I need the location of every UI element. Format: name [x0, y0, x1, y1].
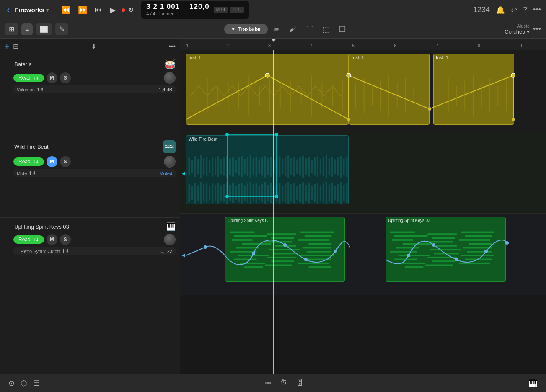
clip-wildfire-1[interactable]: Wild Fire Beat [186, 135, 349, 204]
svg-rect-101 [206, 184, 207, 202]
svg-rect-126 [279, 183, 280, 203]
svg-rect-135 [305, 185, 307, 201]
fast-forward-button[interactable]: ⏩ [75, 4, 90, 16]
skip-back-button[interactable]: ⏮ [92, 4, 105, 16]
svg-rect-51 [221, 159, 222, 174]
pencil-tool-button[interactable]: ✏ [270, 23, 283, 36]
svg-rect-88 [329, 158, 330, 175]
add-track-button[interactable]: + [4, 41, 10, 52]
track-header-toolbar: + ⊟ ⬇ ••• [0, 39, 180, 54]
piano-keyboard-button[interactable]: 🎹 [528, 379, 538, 388]
tracks-canvas[interactable]: Inst. 1 [180, 50, 546, 374]
solo-button-bateria[interactable]: S [60, 72, 71, 83]
ajuste-display: Ajuste Corchea ▾ [505, 23, 530, 35]
clip-bateria-3[interactable]: Inst. 1 [433, 54, 514, 125]
svg-rect-102 [209, 186, 210, 200]
volume-knob-bateria[interactable] [164, 72, 176, 84]
download-button[interactable]: ⬇ [91, 42, 96, 50]
list-view-button[interactable]: ≡ [21, 23, 33, 35]
rewind-button[interactable]: ⏪ [59, 4, 73, 16]
pencil-mode-button[interactable]: ✏ [265, 379, 272, 388]
mute-button-wildfire[interactable]: M [47, 156, 57, 167]
svg-rect-84 [317, 157, 318, 177]
svg-rect-179 [303, 247, 332, 249]
ruler-mark-8: 8 [478, 43, 480, 48]
play-button[interactable]: ▶ [107, 4, 118, 16]
trasladar-button[interactable]: ✦ Trasladar [224, 24, 267, 34]
solo-button-keys[interactable]: S [60, 234, 71, 245]
svg-rect-107 [224, 184, 225, 202]
svg-rect-106 [221, 186, 222, 201]
svg-rect-99 [200, 182, 202, 204]
volume-knob-keys[interactable] [164, 234, 176, 245]
svg-rect-184 [309, 266, 332, 268]
bottom-right: 🎹 [528, 379, 538, 388]
copy-tool-button[interactable]: ❐ [336, 23, 349, 36]
svg-rect-105 [218, 183, 219, 203]
overflow-button[interactable]: ••• [533, 5, 541, 14]
selection-box-button[interactable]: ⬚ [319, 23, 333, 36]
toolbar-more-button[interactable]: ••• [533, 25, 541, 34]
svg-rect-112 [238, 184, 239, 202]
read-button-wildfire[interactable]: Read ⬆⬇ [13, 157, 44, 166]
svg-rect-50 [218, 157, 219, 177]
svg-rect-181 [300, 255, 334, 256]
volume-knob-wildfire[interactable] [164, 156, 176, 168]
brush-tool-button[interactable]: 🖌 [286, 23, 300, 36]
transport-indicators: MIDI CPU [214, 7, 244, 13]
svg-rect-140 [320, 186, 321, 201]
read-button-keys[interactable]: Read ⬆⬇ [13, 235, 44, 244]
svg-rect-82 [311, 160, 312, 173]
smart-controls-button[interactable]: ⬡ [21, 379, 27, 388]
tuner-button[interactable]: 🔔 [496, 5, 505, 15]
editors-button[interactable]: ☰ [33, 379, 40, 388]
svg-rect-117 [253, 185, 254, 201]
ruler-mark-2: 2 [226, 43, 229, 48]
help-button[interactable]: ? [523, 5, 527, 14]
track-name-keys: Uplifting Spirit Keys 03 [14, 224, 163, 230]
svg-rect-73 [285, 157, 286, 176]
loop-browser-button[interactable]: ⊙ [8, 379, 15, 388]
window-button[interactable]: ⬜ [36, 23, 52, 35]
pen-button[interactable]: ✎ [55, 23, 68, 35]
history-button[interactable]: ↩ [511, 5, 517, 15]
clip-keys-2[interactable]: Uplifting Spirit Keys 03 [386, 217, 506, 282]
waveform-keys-2 [386, 224, 505, 278]
mute-button-keys[interactable]: M [47, 234, 57, 245]
clip-bateria-2[interactable]: Inst. 1 [349, 54, 430, 125]
position-display: 3 2 1 001 120,0 4 / 4 La men MIDI CPU [141, 1, 249, 18]
svg-rect-72 [282, 159, 283, 174]
count-in-button[interactable]: 1234 [473, 5, 490, 14]
solo-button-wildfire[interactable]: S [60, 156, 71, 167]
cycle-button[interactable]: ↻ [128, 6, 134, 14]
svg-rect-194 [405, 266, 424, 268]
svg-rect-166 [267, 233, 296, 235]
read-button-bateria[interactable]: Read ⬆⬇ [13, 74, 44, 82]
midi-indicator: MIDI [214, 7, 228, 13]
metronome-button[interactable]: ⏱ [280, 379, 287, 388]
svg-rect-176 [305, 235, 332, 237]
back-button[interactable]: ‹ [5, 3, 11, 17]
svg-rect-114 [244, 186, 245, 201]
track-automation-keys: 1 Retro Synth: Cutoff ⬆⬇ 0,122 [13, 247, 176, 255]
svg-rect-130 [291, 185, 292, 201]
svg-rect-133 [300, 184, 301, 202]
toolbar-right: Ajuste Corchea ▾ ••• [505, 23, 541, 35]
clip-bateria-1[interactable]: Inst. 1 [186, 54, 349, 125]
top-bar: ‹ Fireworks ▾ ⏪ ⏩ ⏮ ▶ ● ↻ 3 2 1 001 120,… [0, 0, 546, 20]
ruler-mark-3: 3 [268, 43, 271, 48]
svg-rect-103 [212, 183, 213, 203]
mixer-button[interactable]: 🎛 [296, 379, 303, 388]
curve-tool-button[interactable]: ⌒ [303, 22, 317, 36]
svg-rect-54 [229, 159, 230, 175]
grid-view-button[interactable]: ⊞ [5, 23, 18, 35]
record-button[interactable]: ● [121, 5, 126, 15]
track-row-keys: Uplifting Spirit Keys 03 🎹 [4, 222, 176, 231]
clip-keys-1[interactable]: Uplifting Spirit Keys 03 [225, 217, 345, 282]
mute-button-bateria[interactable]: M [47, 72, 57, 83]
track-options-button[interactable]: ••• [168, 43, 176, 50]
group-tracks-button[interactable]: ⊟ [13, 42, 18, 50]
svg-rect-168 [265, 241, 292, 243]
svg-rect-43 [197, 159, 199, 174]
project-name-display: Fireworks ▾ [15, 6, 49, 13]
